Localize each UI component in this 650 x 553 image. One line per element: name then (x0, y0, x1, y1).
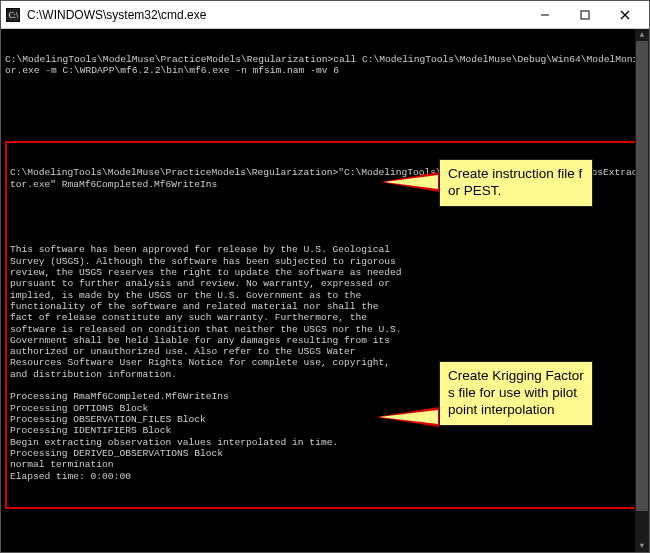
maximize-button[interactable] (565, 1, 605, 28)
terminal-scrollbar[interactable]: ▲ ▼ (635, 29, 649, 552)
svg-rect-4 (581, 11, 589, 19)
callout-pest-instruction: Create instruction file for PEST. (439, 159, 593, 207)
close-button[interactable] (605, 1, 645, 28)
scroll-thumb[interactable] (636, 41, 648, 511)
minimize-button[interactable] (525, 1, 565, 28)
cmd-icon: C:\ (5, 7, 21, 23)
window-controls (525, 1, 645, 28)
callout-krigging-factors: Create Krigging Factors file for use wit… (439, 361, 593, 426)
callout-pointer-1 (381, 172, 439, 192)
callout-pointer-2 (376, 407, 439, 427)
scroll-down-button[interactable]: ▼ (635, 540, 649, 552)
window-title: C:\WINDOWS\system32\cmd.exe (27, 8, 525, 22)
titlebar[interactable]: C:\ C:\WINDOWS\system32\cmd.exe (1, 1, 649, 29)
svg-text:C:\: C:\ (9, 10, 19, 19)
scroll-up-button[interactable]: ▲ (635, 29, 649, 41)
cmd-window: C:\ C:\WINDOWS\system32\cmd.exe C:\Model… (0, 0, 650, 553)
cmd-line-call: C:\ModelingTools\ModelMuse\PracticeModel… (5, 54, 645, 77)
terminal-output[interactable]: C:\ModelingTools\ModelMuse\PracticeModel… (1, 29, 649, 552)
